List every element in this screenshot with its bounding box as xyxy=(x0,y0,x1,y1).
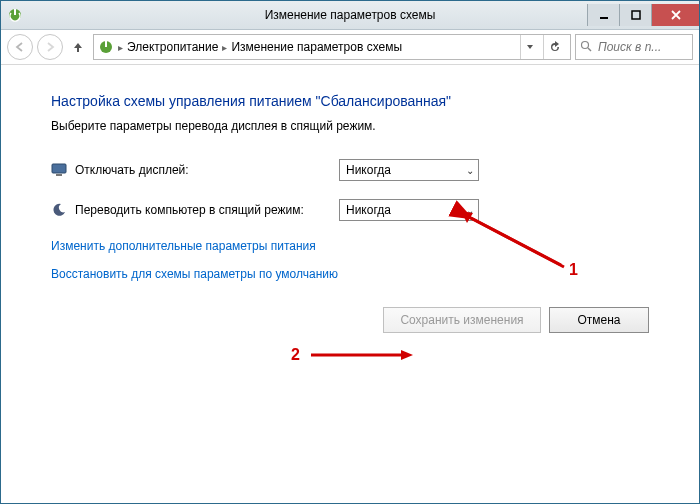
chevron-down-icon: ⌄ xyxy=(466,165,474,176)
breadcrumb-root[interactable]: Электропитание xyxy=(127,40,218,54)
back-button[interactable] xyxy=(7,34,33,60)
chevron-right-icon: ▸ xyxy=(118,42,123,53)
page-title: Настройка схемы управления питанием "Сба… xyxy=(51,93,659,109)
svg-point-6 xyxy=(582,41,589,48)
search-input[interactable] xyxy=(596,39,672,55)
display-off-select[interactable]: Никогда ⌄ xyxy=(339,159,479,181)
sleep-label: Переводить компьютер в спящий режим: xyxy=(75,203,304,217)
links-section: Изменить дополнительные параметры питани… xyxy=(51,239,659,281)
svg-rect-9 xyxy=(56,174,62,176)
close-button[interactable] xyxy=(651,4,699,26)
refresh-button[interactable] xyxy=(543,35,566,59)
display-icon xyxy=(51,162,67,178)
moon-icon xyxy=(51,202,67,218)
window-controls xyxy=(587,4,699,26)
breadcrumb-icon xyxy=(98,39,114,55)
navbar: ▸ Электропитание ▸ Изменение параметров … xyxy=(1,30,699,65)
svg-rect-2 xyxy=(600,17,608,19)
content-area: Настройка схемы управления питанием "Сба… xyxy=(1,65,699,503)
chevron-down-icon: ⌄ xyxy=(466,205,474,216)
forward-button[interactable] xyxy=(37,34,63,60)
svg-marker-15 xyxy=(401,350,413,360)
maximize-button[interactable] xyxy=(619,4,651,26)
search-icon xyxy=(580,40,592,55)
titlebar: Изменение параметров схемы xyxy=(1,1,699,30)
svg-rect-3 xyxy=(632,11,640,19)
setting-sleep: Переводить компьютер в спящий режим: Ник… xyxy=(51,199,659,221)
svg-line-7 xyxy=(588,48,591,51)
display-off-label: Отключать дисплей: xyxy=(75,163,189,177)
breadcrumb[interactable]: ▸ Электропитание ▸ Изменение параметров … xyxy=(93,34,571,60)
up-button[interactable] xyxy=(67,36,89,58)
button-row: Сохранить изменения Отмена xyxy=(51,307,659,333)
advanced-settings-link[interactable]: Изменить дополнительные параметры питани… xyxy=(51,239,659,253)
svg-rect-8 xyxy=(52,164,66,173)
minimize-button[interactable] xyxy=(587,4,619,26)
breadcrumb-dropdown[interactable] xyxy=(520,35,539,59)
breadcrumb-current[interactable]: Изменение параметров схемы xyxy=(231,40,402,54)
window-frame: Изменение параметров схемы xyxy=(0,0,700,504)
svg-rect-5 xyxy=(105,41,107,47)
setting-display-off: Отключать дисплей: Никогда ⌄ xyxy=(51,159,659,181)
annotation-2: 2 xyxy=(291,346,300,364)
search-box[interactable] xyxy=(575,34,693,60)
display-off-value: Никогда xyxy=(346,163,391,177)
restore-defaults-link[interactable]: Восстановить для схемы параметры по умол… xyxy=(51,267,659,281)
page-subtitle: Выберите параметры перевода дисплея в сп… xyxy=(51,119,659,133)
sleep-select[interactable]: Никогда ⌄ xyxy=(339,199,479,221)
cancel-button[interactable]: Отмена xyxy=(549,307,649,333)
sleep-value: Никогда xyxy=(346,203,391,217)
app-icon xyxy=(7,7,23,23)
chevron-right-icon: ▸ xyxy=(222,42,227,53)
svg-rect-1 xyxy=(14,9,16,15)
save-button[interactable]: Сохранить изменения xyxy=(383,307,541,333)
